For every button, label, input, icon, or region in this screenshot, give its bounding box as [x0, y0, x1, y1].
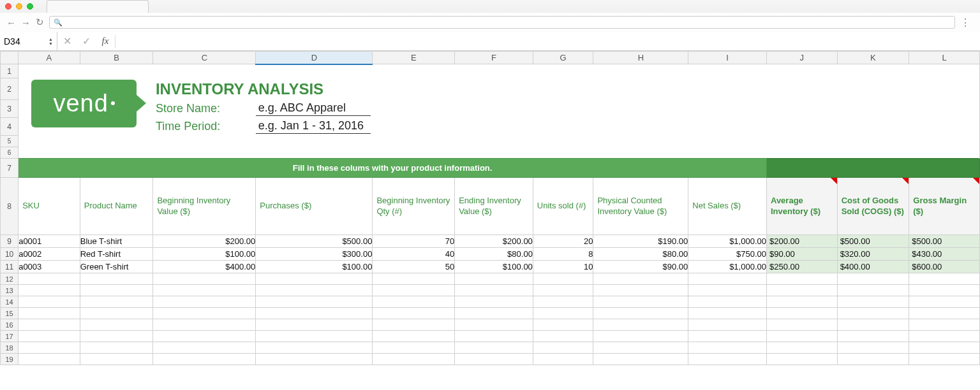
cell-purchases[interactable]: $300.00 [256, 248, 373, 261]
cell[interactable] [766, 285, 837, 296]
cell[interactable] [256, 319, 373, 331]
cell[interactable] [766, 319, 837, 331]
cell[interactable] [837, 273, 909, 285]
browser-tab[interactable] [47, 0, 149, 13]
cell-units-sold[interactable]: 8 [533, 248, 593, 261]
cell[interactable] [455, 308, 533, 319]
cell[interactable] [688, 331, 767, 342]
cell[interactable] [19, 308, 80, 319]
col-header-L[interactable]: L [909, 52, 980, 64]
cell[interactable] [80, 285, 153, 296]
cell-net-sales[interactable]: $750.00 [688, 248, 767, 261]
cell[interactable] [80, 342, 153, 354]
cell[interactable] [533, 273, 593, 285]
cell[interactable] [19, 273, 80, 285]
cell[interactable]: e.g. Jan 1 - 31, 2016 [256, 118, 455, 136]
cell-cogs[interactable]: $400.00 [837, 261, 909, 273]
row-header-13[interactable]: 13 [1, 285, 19, 296]
cell[interactable] [909, 285, 980, 296]
store-name-value[interactable]: e.g. ABC Apparel [256, 101, 371, 116]
cell[interactable] [153, 319, 256, 331]
cell[interactable] [766, 354, 837, 365]
cell[interactable] [766, 308, 837, 319]
window-maximize-button[interactable] [27, 3, 33, 10]
cell[interactable] [533, 354, 593, 365]
cell[interactable] [153, 308, 256, 319]
row-header-14[interactable]: 14 [1, 296, 19, 308]
cell[interactable] [373, 354, 455, 365]
cell[interactable] [837, 331, 909, 342]
cell[interactable] [766, 296, 837, 308]
cell-phys[interactable]: $190.00 [593, 235, 688, 248]
cell[interactable] [19, 354, 80, 365]
cell[interactable] [837, 296, 909, 308]
cell-name[interactable]: Blue T-shirt [80, 235, 153, 248]
cell[interactable] [455, 342, 533, 354]
row-header-15[interactable]: 15 [1, 308, 19, 319]
cell[interactable] [455, 78, 980, 100]
cell[interactable] [80, 308, 153, 319]
cell-end-val[interactable]: $200.00 [455, 235, 533, 248]
col-header-D[interactable]: D [256, 52, 373, 64]
cell[interactable] [19, 331, 80, 342]
cell[interactable] [256, 296, 373, 308]
cell[interactable]: Store Name: [153, 100, 256, 118]
cell[interactable] [256, 354, 373, 365]
back-icon[interactable]: ← [6, 17, 16, 28]
cell-sku[interactable]: a0001 [19, 235, 80, 248]
cell[interactable] [837, 308, 909, 319]
forward-icon[interactable]: → [21, 17, 31, 28]
col-header-G[interactable]: G [533, 52, 593, 64]
row-header-7[interactable]: 7 [1, 159, 19, 178]
cell[interactable] [153, 331, 256, 342]
cell-cogs[interactable]: $320.00 [837, 248, 909, 261]
row-header-8[interactable]: 8 [1, 178, 19, 235]
cell[interactable] [593, 331, 688, 342]
cell[interactable] [593, 342, 688, 354]
formula-accept-button[interactable]: ✓ [77, 35, 96, 47]
row-header-9[interactable]: 9 [1, 235, 19, 248]
cell[interactable] [593, 319, 688, 331]
cell[interactable] [256, 273, 373, 285]
cell[interactable] [256, 331, 373, 342]
cell-avg-inv[interactable]: $90.00 [766, 248, 837, 261]
cell[interactable] [593, 273, 688, 285]
cell[interactable] [373, 308, 455, 319]
cell[interactable] [19, 64, 980, 78]
row-header-1[interactable]: 1 [1, 64, 19, 78]
cell[interactable] [455, 100, 980, 118]
col-header-J[interactable]: J [766, 52, 837, 64]
cell[interactable] [80, 273, 153, 285]
col-header-B[interactable]: B [80, 52, 153, 64]
cell[interactable] [688, 296, 767, 308]
cell[interactable] [455, 118, 980, 136]
cell-name[interactable]: Green T-shirt [80, 261, 153, 273]
cell[interactable] [909, 354, 980, 365]
browser-menu-icon[interactable]: ⋮ [960, 17, 974, 29]
row-header-19[interactable]: 19 [1, 354, 19, 365]
cell[interactable] [533, 331, 593, 342]
cell[interactable] [533, 285, 593, 296]
cell[interactable] [373, 331, 455, 342]
cell-begin-qty[interactable]: 40 [373, 248, 455, 261]
cell[interactable] [909, 342, 980, 354]
cell[interactable] [837, 342, 909, 354]
cell[interactable] [256, 308, 373, 319]
cell-net-sales[interactable]: $1,000.00 [688, 235, 767, 248]
cell[interactable] [688, 273, 767, 285]
cell[interactable] [688, 308, 767, 319]
cell[interactable] [688, 354, 767, 365]
row-header-17[interactable]: 17 [1, 331, 19, 342]
window-close-button[interactable] [5, 3, 11, 10]
cell[interactable] [19, 342, 80, 354]
formula-cancel-button[interactable]: ✕ [57, 35, 77, 47]
cell-end-val[interactable]: $100.00 [455, 261, 533, 273]
name-box-spinner-icon[interactable]: ▲▼ [48, 37, 53, 46]
cell[interactable] [593, 308, 688, 319]
cell-cogs[interactable]: $500.00 [837, 235, 909, 248]
col-header-K[interactable]: K [837, 52, 909, 64]
cell[interactable]: INVENTORY ANALYSIS [153, 78, 455, 100]
cell[interactable] [909, 308, 980, 319]
cell[interactable] [256, 342, 373, 354]
cell-phys[interactable]: $90.00 [593, 261, 688, 273]
